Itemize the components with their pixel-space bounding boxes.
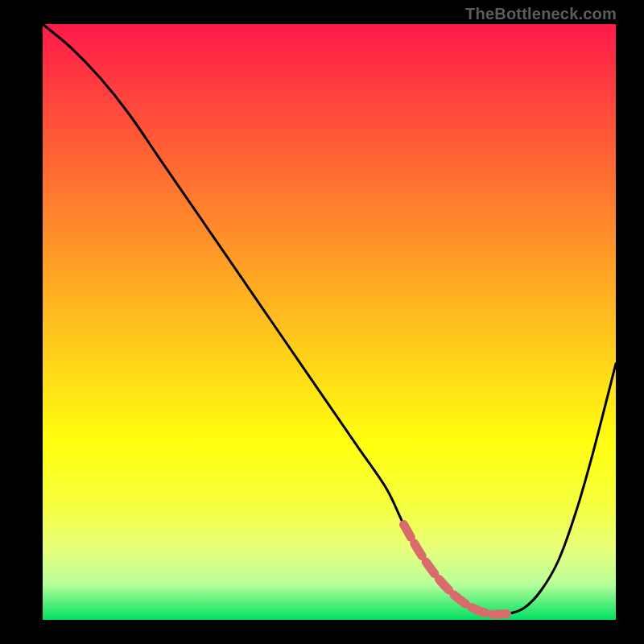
bottleneck-curve bbox=[43, 24, 616, 620]
curve-line bbox=[43, 24, 616, 615]
plot-area bbox=[43, 24, 616, 620]
chart-frame: TheBottleneck.com bbox=[0, 0, 644, 644]
watermark-text: TheBottleneck.com bbox=[465, 5, 617, 23]
optimal-highlight bbox=[404, 525, 507, 615]
